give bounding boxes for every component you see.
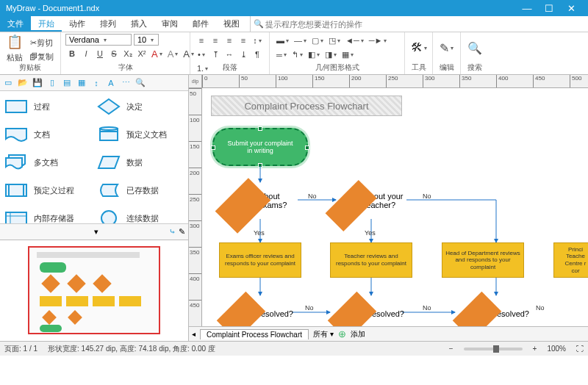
process-teacher[interactable]: Teacher reviews and responds to your com… — [330, 242, 412, 278]
diamond-icon — [97, 98, 121, 115]
zoom-out-icon[interactable]: − — [449, 345, 453, 353]
minimize-button[interactable]: — — [516, 3, 538, 14]
fit-page-icon[interactable]: ⛶ — [576, 345, 584, 353]
shadow-button[interactable]: ▢ — [309, 34, 326, 47]
decision-resolved-3[interactable]: Resolved? — [463, 295, 529, 326]
tab-action[interactable]: 动作 — [62, 16, 93, 32]
superscript-button[interactable]: X² — [135, 47, 148, 60]
shape-multidoc[interactable]: 多文档 — [1, 148, 94, 176]
font-fill-button[interactable]: A — [165, 47, 181, 60]
save-stencil-icon[interactable]: 💾 — [31, 76, 44, 90]
italic-button[interactable]: I — [79, 47, 93, 60]
line-button[interactable]: — — [292, 34, 309, 47]
shape-diamond[interactable]: 决定 — [94, 93, 187, 120]
shape-data[interactable]: 数据 — [94, 148, 187, 176]
pilcrow-button[interactable]: ¶ — [251, 48, 264, 61]
line-spacing-button[interactable]: ↕ — [251, 34, 264, 47]
shape-gallery[interactable]: 过程决定文档预定义文档多文档数据预定义过程已存数据内部存储器连续数据直接数据手动… — [0, 91, 188, 223]
shape-seq[interactable]: 连续数据 — [94, 204, 187, 223]
bold-button[interactable]: B — [65, 47, 79, 60]
zoom-in-icon[interactable]: + — [533, 345, 537, 353]
align-center-button[interactable]: ≡ — [209, 34, 222, 47]
tab-mail[interactable]: 邮件 — [185, 16, 216, 32]
zoom-slider[interactable] — [464, 348, 523, 350]
process-hod[interactable]: Head of Department reviews and responds … — [442, 242, 524, 278]
shape-intstore[interactable]: 内部存储器 — [1, 204, 94, 223]
route-button[interactable]: ↰ — [290, 48, 305, 62]
all-sheets-dropdown[interactable]: 所有 ▾ — [313, 329, 334, 339]
open-stencil-icon[interactable]: 📂 — [16, 76, 29, 90]
tab-view[interactable]: 视图 — [216, 16, 247, 32]
shape-predoc[interactable]: 预定义文档 — [94, 120, 187, 148]
tab-review[interactable]: 审阅 — [154, 16, 185, 32]
tab-home[interactable]: 开始 — [31, 16, 62, 32]
start-node[interactable]: Submit your complaint in writing — [212, 128, 308, 166]
align-left-button[interactable]: ≡ — [195, 34, 208, 47]
stencil-opts-icon[interactable]: ⋯ — [119, 76, 132, 90]
expand-icon[interactable]: ▾ — [94, 227, 98, 237]
stencil-a-icon[interactable]: ▯ — [46, 76, 59, 90]
zoom-level[interactable]: 100% — [547, 345, 566, 353]
cut-button[interactable]: ✂ 剪切 — [27, 36, 56, 49]
search-input[interactable] — [264, 18, 585, 30]
align-right-button[interactable]: ≡ — [223, 34, 236, 47]
shape-doc[interactable]: 文档 — [1, 120, 94, 148]
stencil-b-icon[interactable]: ▤ — [60, 76, 74, 90]
bullet-button[interactable]: • — [195, 48, 208, 61]
line-end-button[interactable]: ─► — [367, 34, 390, 47]
shape-rect[interactable]: 过程 — [1, 93, 94, 120]
theme2-button[interactable]: ◨ — [323, 48, 339, 62]
shape-stored[interactable]: 已存数据 — [94, 176, 187, 204]
decision-teacher[interactable]: About your teacher? — [338, 182, 404, 219]
add-sheet-icon[interactable]: ⊕ — [338, 328, 346, 339]
corner-button[interactable]: ◳ — [326, 34, 343, 47]
scroll-left-icon[interactable]: ◂ — [192, 330, 196, 338]
process-exams-officer[interactable]: Exams officer reviews and responds to yo… — [219, 242, 301, 278]
shape-predef[interactable]: 预定义过程 — [1, 176, 94, 204]
font-grow-button[interactable]: A — [149, 47, 165, 60]
drawing-canvas[interactable]: Complaint Process Flowchart Submit your … — [202, 88, 588, 326]
tell-me-search[interactable]: 🔍 — [250, 16, 588, 32]
decision-resolved-1[interactable]: Resolved? — [227, 295, 293, 326]
close-button[interactable]: ✕ — [560, 3, 582, 14]
valign-bot-button[interactable]: ⤓ — [237, 48, 250, 61]
tab-insert[interactable]: 插入 — [123, 16, 154, 32]
stencil-c-icon[interactable]: ▦ — [75, 76, 88, 90]
line-start-button[interactable]: ◄─ — [343, 34, 366, 47]
copy-button[interactable]: 🗐 复制 — [27, 50, 56, 63]
fill-button[interactable]: ▬ — [274, 34, 291, 47]
valign-top-button[interactable]: ⤒ — [209, 48, 222, 61]
theme3-button[interactable]: ▦ — [340, 48, 356, 62]
font-family-dropdown[interactable]: Verdana — [65, 34, 132, 46]
file-menu[interactable]: 文件 — [0, 16, 31, 32]
line-style-button[interactable]: ═ — [274, 48, 289, 62]
process-principal[interactable]: Princi Teache Centre r cor — [553, 242, 588, 278]
sheet-tab[interactable]: Complaint Process Flowchart — [200, 329, 309, 339]
align-justify-button[interactable]: ≡ — [237, 34, 250, 47]
add-sheet-label[interactable]: 添加 — [351, 329, 365, 339]
tab-arrange[interactable]: 排列 — [93, 16, 123, 32]
valign-mid-button[interactable]: ↔ — [223, 48, 236, 61]
left-panel: ▭ 📂 💾 ▯ ▤ ▦ ↕ A ⋯ 🔍 过程决定文档预定义文档多文档数据预定义过… — [0, 75, 189, 341]
pointer-tool-icon[interactable]: ✎ — [179, 227, 185, 237]
new-stencil-icon[interactable]: ▭ — [1, 76, 15, 90]
subscript-button[interactable]: X₂ — [121, 47, 135, 60]
theme1-button[interactable]: ◧ — [306, 48, 322, 62]
underline-button[interactable]: U — [93, 47, 107, 60]
connector-tool-icon[interactable]: ⤷ — [169, 227, 176, 237]
stencil-find-icon[interactable]: 🔍 — [134, 76, 147, 90]
page-preview[interactable] — [0, 240, 188, 341]
decision-exams[interactable]: About exams? — [227, 182, 293, 219]
stencil-az-icon[interactable]: A — [104, 76, 118, 90]
tools-button[interactable]: 🛠 — [409, 41, 428, 54]
preview-thumbnail[interactable] — [28, 246, 160, 334]
decision-resolved-2[interactable]: Resolved? — [338, 295, 404, 326]
edit-button[interactable]: ✎ — [437, 41, 456, 54]
stencil-sort-icon[interactable]: ↕ — [90, 76, 103, 90]
search-button[interactable]: 🔍 — [465, 41, 484, 54]
strike-button[interactable]: S — [107, 47, 121, 60]
maximize-button[interactable]: ☐ — [538, 3, 560, 14]
flowchart-title[interactable]: Complaint Process Flowchart — [211, 96, 402, 116]
font-size-dropdown[interactable]: 10 — [134, 34, 159, 46]
label-no-5: No — [536, 304, 545, 312]
